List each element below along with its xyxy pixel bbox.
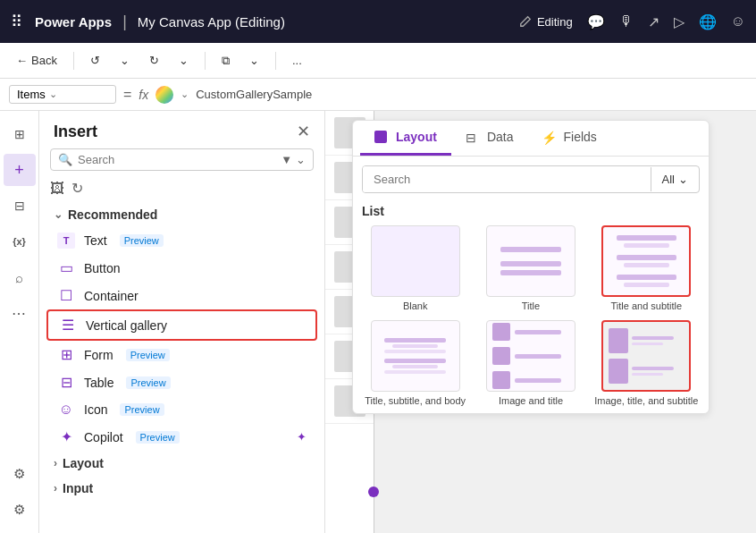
- gallery-thumb-image-title-sub[interactable]: [601, 320, 691, 392]
- icon-preview-badge: Preview: [120, 403, 164, 416]
- gallery-thumb-blank[interactable]: [371, 225, 460, 297]
- tab-fields-label: Fields: [563, 130, 596, 144]
- copy-icon: ⧉: [222, 54, 230, 68]
- gallery-item-title-sub-body[interactable]: Title, subtitle, and body: [362, 320, 468, 406]
- fx-label: fx: [139, 88, 148, 102]
- tab-layout-label: Layout: [396, 130, 437, 144]
- insert-item-button[interactable]: ▭ Button: [46, 254, 317, 282]
- tab-fields[interactable]: ⚡ Fields: [527, 121, 610, 156]
- gallery-item-blank[interactable]: Blank: [362, 225, 468, 311]
- variable-icon: {x}: [13, 236, 26, 247]
- formula-property-selector[interactable]: Items ⌄: [9, 85, 116, 104]
- it-line-2: [515, 354, 561, 359]
- undo-button[interactable]: ↺: [83, 50, 107, 71]
- gallery-thumb-title-sub[interactable]: [601, 225, 691, 297]
- chevron-recommended-icon: ⌄: [54, 208, 63, 221]
- section-recommended[interactable]: ⌄ Recommended: [46, 202, 317, 227]
- form-label: Form: [84, 348, 113, 362]
- its-sub-1: [632, 343, 663, 345]
- insert-item-table[interactable]: ⊟ Table Preview: [46, 368, 317, 396]
- share-icon[interactable]: ↗: [648, 13, 659, 30]
- layout-tabs: Layout ⊟ Data ⚡ Fields: [353, 121, 709, 157]
- back-arrow-icon: ←: [16, 54, 28, 67]
- copy-button[interactable]: ⧉: [214, 50, 237, 72]
- title-separator: |: [122, 13, 127, 31]
- play-icon[interactable]: ▷: [674, 13, 685, 30]
- redo-button[interactable]: ↻: [142, 50, 166, 71]
- text-label: Text: [84, 233, 107, 248]
- tab-data[interactable]: ⊟ Data: [451, 121, 528, 156]
- gallery-item-image-title[interactable]: Image and title: [477, 320, 584, 406]
- globe-icon[interactable]: 🌐: [699, 13, 717, 30]
- text-icon: T: [57, 233, 75, 249]
- gear-icon: ⚙: [13, 502, 25, 518]
- sidebar-item-search[interactable]: ⌕: [4, 261, 36, 293]
- more-button[interactable]: ...: [285, 50, 309, 71]
- gallery-section: List Blank Ti: [353, 197, 709, 413]
- gallery-thumb-image-title[interactable]: [486, 320, 575, 392]
- sidebar-item-more[interactable]: ⋯: [4, 297, 36, 329]
- gallery-item-image-title-sub[interactable]: Image, title, and subtitle: [593, 320, 700, 406]
- icon-icon: ☺: [57, 402, 75, 418]
- undo-dropdown-button[interactable]: ⌄: [113, 50, 137, 71]
- formula-color-icon[interactable]: [155, 86, 173, 104]
- comment-icon[interactable]: 💬: [587, 13, 605, 30]
- insert-item-vertical-gallery[interactable]: ☰ Vertical gallery: [46, 309, 317, 341]
- filter-dropdown-button[interactable]: ⌄: [296, 153, 306, 166]
- sidebar-item-insert[interactable]: +: [4, 154, 36, 186]
- toolbar-sep-1: [73, 52, 74, 70]
- form-preview-badge: Preview: [126, 349, 170, 361]
- sidebar-item-settings[interactable]: ⚙: [4, 458, 36, 490]
- it-line-3: [515, 378, 561, 383]
- gallery-thumb-title-sub-body[interactable]: [371, 320, 460, 392]
- insert-search-input[interactable]: [78, 153, 275, 166]
- main-layout: ⊞ + ⊟ {x} ⌕ ⋯ ⚙ ⚙ Insert ✕ 🔍: [0, 111, 756, 533]
- it-img-2: [492, 347, 510, 365]
- layout-search-input[interactable]: [363, 166, 651, 192]
- insert-item-icon[interactable]: ☺ Icon Preview: [46, 396, 317, 423]
- panel-refresh-action[interactable]: ↻: [71, 180, 83, 197]
- title-sub-line-1: [617, 235, 676, 241]
- insert-panel: Insert ✕ 🔍 ▼ ⌄ 🖼 ↻ ⌄ Recommended T Text: [39, 111, 325, 533]
- tsb-line-4: [384, 359, 446, 363]
- search-filter: ▼ ⌄: [281, 153, 306, 166]
- title-line-3: [500, 270, 562, 275]
- formula-input[interactable]: CustomGallerySample: [196, 88, 747, 101]
- toolbar-sep-2: [205, 52, 206, 70]
- gallery-item-title-sub[interactable]: Title and subtitle: [593, 225, 700, 311]
- insert-item-text[interactable]: T Text Preview: [46, 227, 317, 254]
- tab-layout[interactable]: Layout: [360, 121, 451, 156]
- back-button[interactable]: ← Back: [9, 50, 64, 71]
- panel-actions: 🖼 ↻: [39, 178, 324, 202]
- search-icon: ⌕: [15, 270, 23, 285]
- title-line-1: [500, 247, 562, 252]
- panel-close-button[interactable]: ✕: [297, 122, 310, 141]
- sidebar-item-grid[interactable]: ⊟: [4, 190, 36, 222]
- formula-property-label: Items: [17, 88, 46, 101]
- layout-search-all-dropdown[interactable]: All ⌄: [651, 167, 699, 191]
- gallery-item-title[interactable]: Title: [477, 225, 584, 311]
- copy-dropdown-button[interactable]: ⌄: [242, 50, 266, 71]
- section-input[interactable]: › Input: [46, 476, 317, 501]
- gallery-thumb-title[interactable]: [486, 225, 575, 297]
- sidebar-item-layers[interactable]: ⊞: [4, 118, 36, 150]
- chevron-down-2-icon: ⌄: [179, 54, 189, 67]
- its-title-1: [632, 336, 673, 340]
- insert-item-container[interactable]: ☐ Container: [46, 282, 317, 309]
- sidebar-item-variable[interactable]: {x}: [4, 225, 36, 258]
- chevron-down-3-icon: ⌄: [249, 54, 259, 67]
- insert-item-copilot[interactable]: ✦ Copilot Preview ✦: [46, 423, 317, 451]
- panel-image-action[interactable]: 🖼: [50, 180, 64, 197]
- user-icon[interactable]: ☺: [731, 13, 745, 30]
- mic-icon[interactable]: 🎙: [619, 13, 634, 30]
- redo-dropdown-button[interactable]: ⌄: [172, 50, 196, 71]
- section-recommended-label: Recommended: [68, 207, 157, 222]
- sidebar-item-gear[interactable]: ⚙: [4, 494, 36, 526]
- filter-button[interactable]: ▼: [281, 153, 292, 166]
- icon-bar: ⊞ + ⊟ {x} ⌕ ⋯ ⚙ ⚙: [0, 111, 39, 533]
- waffle-icon[interactable]: ⠿: [11, 12, 22, 31]
- section-layout[interactable]: › Layout: [46, 451, 317, 476]
- insert-item-form[interactable]: ⊞ Form Preview: [46, 341, 317, 368]
- title-sub-line-5: [617, 275, 676, 280]
- gallery-grid: Blank Title: [362, 225, 700, 406]
